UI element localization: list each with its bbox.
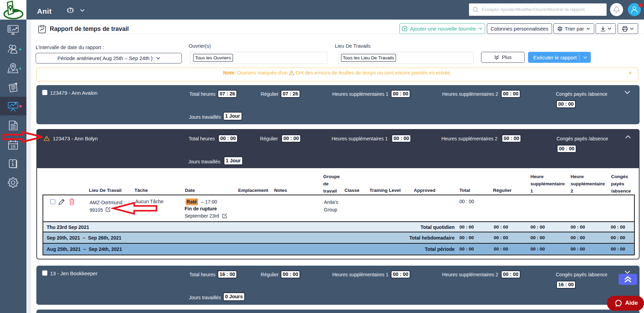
svg-text:15: 15 bbox=[11, 144, 15, 149]
